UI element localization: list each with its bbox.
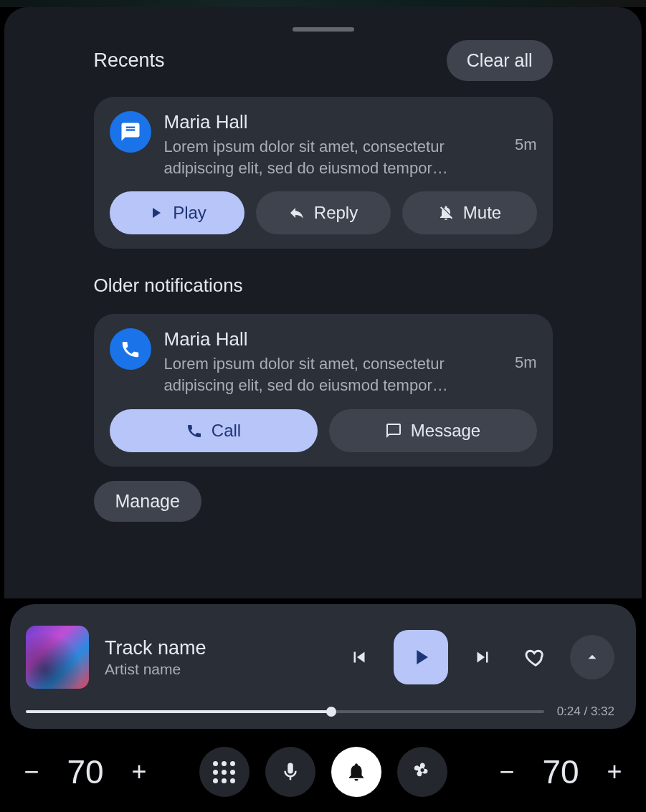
system-bar: − 70 + − 70 + (0, 732, 646, 812)
notification-sender: Maria Hall (164, 111, 502, 133)
skip-previous-icon (348, 646, 370, 668)
heart-icon (525, 646, 546, 668)
left-temp-down-button[interactable]: − (16, 756, 47, 788)
seek-thumb[interactable] (326, 707, 336, 717)
skip-next-icon (472, 646, 493, 668)
message-icon (385, 422, 402, 439)
notifications-button[interactable] (331, 747, 381, 797)
app-grid-button[interactable] (199, 747, 250, 797)
elapsed-time: 0:24 (557, 704, 581, 718)
manage-button[interactable]: Manage (94, 481, 201, 522)
older-notifications-title: Older notifications (94, 274, 553, 297)
voice-assistant-button[interactable] (265, 747, 315, 797)
notification-card[interactable]: Maria Hall Lorem ipsum dolor sit amet, c… (94, 314, 553, 466)
mute-button[interactable]: Mute (402, 191, 537, 234)
app-grid-icon (213, 761, 235, 783)
expand-player-button[interactable] (570, 635, 614, 679)
play-icon (147, 204, 164, 221)
previous-track-button[interactable] (341, 639, 378, 676)
play-pause-button[interactable] (394, 630, 448, 684)
reply-icon (288, 204, 305, 221)
microphone-icon (280, 761, 301, 783)
left-temp-value: 70 (60, 753, 110, 791)
drag-handle[interactable] (293, 27, 354, 32)
right-temp-value: 70 (536, 753, 586, 791)
next-track-button[interactable] (464, 639, 501, 676)
notification-sender: Maria Hall (164, 328, 502, 350)
seek-fill (26, 710, 331, 713)
left-climate-control: − 70 + (16, 753, 155, 791)
notification-time: 5m (515, 135, 537, 154)
notification-card[interactable]: Maria Hall Lorem ipsum dolor sit amet, c… (94, 97, 553, 249)
play-icon (409, 645, 433, 669)
mute-label: Mute (463, 203, 501, 223)
bell-icon (346, 761, 367, 783)
background-peek (0, 0, 646, 7)
clear-all-button[interactable]: Clear all (447, 40, 553, 81)
right-climate-control: − 70 + (491, 753, 630, 791)
album-art[interactable] (26, 626, 89, 689)
seek-bar[interactable] (26, 710, 544, 713)
recents-title: Recents (94, 49, 165, 72)
call-label: Call (212, 421, 241, 441)
play-button[interactable]: Play (110, 191, 244, 234)
artist-name: Artist name (105, 661, 227, 678)
playback-time: 0:24 / 3:32 (557, 704, 614, 719)
notification-body: Lorem ipsum dolor sit amet, consectetur … (164, 136, 472, 178)
message-label: Message (411, 421, 480, 441)
right-temp-up-button[interactable]: + (599, 756, 630, 788)
call-button[interactable]: Call (110, 409, 318, 452)
reply-button[interactable]: Reply (256, 191, 391, 234)
notification-body: Lorem ipsum dolor sit amet, consectetur … (164, 353, 472, 396)
play-label: Play (173, 203, 206, 223)
left-temp-up-button[interactable]: + (123, 756, 155, 788)
phone-app-icon (110, 328, 151, 370)
media-player-bar: Track name Artist name 0:24 / 3:32 (10, 604, 636, 729)
fan-icon (412, 761, 433, 783)
hvac-button[interactable] (397, 747, 447, 797)
reply-label: Reply (314, 203, 358, 223)
right-temp-down-button[interactable]: − (491, 756, 523, 788)
chevron-up-icon (583, 648, 602, 667)
phone-icon (186, 422, 203, 439)
favorite-button[interactable] (517, 639, 554, 676)
notification-time: 5m (515, 353, 537, 372)
track-name: Track name (105, 637, 227, 659)
message-button[interactable]: Message (329, 409, 537, 452)
recents-header: Recents Clear all (94, 40, 553, 81)
total-time: 3:32 (591, 704, 614, 718)
notification-shade: Recents Clear all Maria Hall Lorem ipsum… (4, 7, 642, 598)
mute-icon (437, 204, 455, 221)
messages-app-icon (110, 111, 151, 153)
